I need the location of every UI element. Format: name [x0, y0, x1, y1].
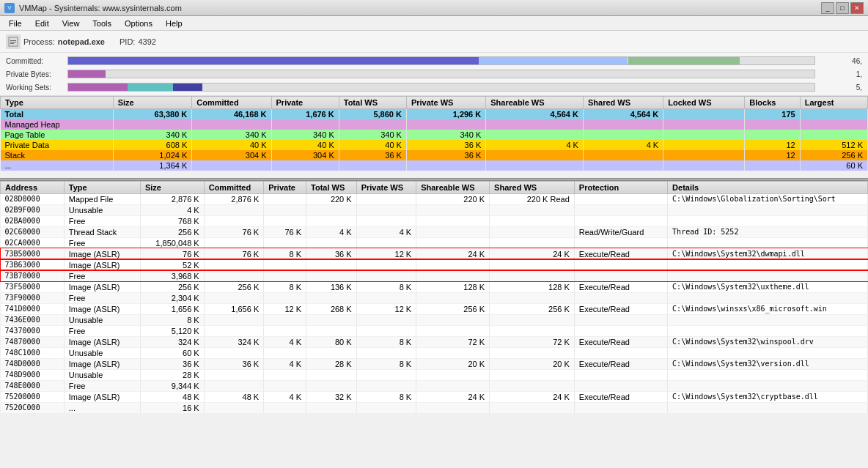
detail-cell — [264, 204, 306, 215]
detail-table-row[interactable]: 73B63000Image (ASLR)52 K — [1, 259, 868, 270]
summary-cell: 340 K — [113, 130, 192, 140]
detail-cell — [204, 325, 264, 336]
svg-rect-1 — [10, 40, 16, 41]
detail-table-scroll[interactable]: Address Type Size Committed Private Tota… — [0, 181, 868, 468]
detail-table-row[interactable]: 75200000Image (ASLR)48 K48 K4 K32 K8 K24… — [1, 391, 868, 402]
detail-cell: Unusable — [64, 347, 140, 358]
detail-cell — [490, 314, 575, 325]
close-button[interactable]: ✕ — [850, 2, 864, 14]
detail-table-row[interactable]: 02C60000Thread Stack256 K76 K76 K4 K4 KR… — [1, 226, 868, 237]
summary-cell: 4 K — [583, 140, 663, 150]
detail-cell — [490, 347, 575, 358]
detail-table-row[interactable]: 748D9000Unusable28 K — [1, 369, 868, 380]
detail-cell: 73F90000 — [1, 292, 65, 303]
detail-table-row[interactable]: 02CA0000Free1,850,048 K — [1, 237, 868, 248]
detail-cell — [204, 347, 264, 358]
menu-file[interactable]: File — [3, 18, 28, 29]
detail-table-row[interactable]: 748C1000Unusable60 K — [1, 347, 868, 358]
detail-cell — [204, 270, 264, 281]
summary-table-row[interactable]: Total63,380 K46,168 K1,676 K5,860 K1,296… — [1, 109, 868, 120]
menu-help[interactable]: Help — [160, 18, 188, 29]
detail-table-row[interactable]: 748E0000Free9,344 K — [1, 380, 868, 391]
detail-cell: 4 K — [264, 358, 306, 369]
detail-table-row[interactable]: 73F50000Image (ASLR)256 K256 K8 K136 K8 … — [1, 281, 868, 292]
detail-cell — [306, 314, 357, 325]
summary-cell — [800, 119, 867, 130]
detail-cell: 24 K — [416, 248, 490, 259]
detail-cell: 256 K — [204, 281, 264, 292]
app-icon: V — [4, 3, 15, 13]
title-bar: V VMMap - Sysinternals: www.sysinternals… — [0, 0, 868, 16]
detail-table-row[interactable]: 748D0000Image (ASLR)36 K36 K4 K28 K8 K20… — [1, 358, 868, 369]
detail-cell: Image (ASLR) — [64, 248, 140, 259]
detail-cell: Mapped File — [64, 193, 140, 204]
detail-cell — [416, 226, 490, 237]
detail-cell: Execute/Read — [574, 358, 667, 369]
detail-table-row[interactable]: 7436E000Unusable8 K — [1, 314, 868, 325]
committed-value: 46, — [818, 57, 862, 65]
detail-cell: 9,344 K — [140, 380, 204, 391]
detail-cell — [416, 347, 490, 358]
detail-cell — [306, 402, 357, 413]
detail-cell — [356, 237, 416, 248]
summary-cell — [745, 160, 800, 171]
detail-cell: 28 K — [140, 369, 204, 380]
summary-cell: 1,364 K — [113, 160, 192, 171]
detail-table-row[interactable]: 02B9F000Unusable4 K — [1, 204, 868, 215]
detail-cell — [356, 369, 416, 380]
detail-cell: 02B9F000 — [1, 204, 65, 215]
detail-cell: 4 K — [264, 336, 306, 347]
summary-table-scroll[interactable]: Type Size Committed Private Total WS Pri… — [0, 96, 868, 178]
summary-table-row[interactable]: Private Data608 K40 K40 K40 K36 K4 K4 K1… — [1, 140, 868, 150]
summary-cell — [663, 109, 745, 120]
minimize-button[interactable]: _ — [821, 2, 834, 14]
detail-table-row[interactable]: 74370000Free5,120 K — [1, 325, 868, 336]
detail-cell: 8 K — [264, 281, 306, 292]
detail-cell — [668, 204, 868, 215]
detail-cell — [264, 369, 306, 380]
detail-table-row[interactable]: 73B50000Image (ASLR)76 K76 K8 K36 K12 K2… — [1, 248, 868, 259]
menu-tools[interactable]: Tools — [87, 18, 117, 29]
detail-col-private-ws: Private WS — [356, 181, 416, 193]
summary-cell: 304 K — [192, 150, 271, 160]
detail-cell — [356, 325, 416, 336]
detail-col-committed: Committed — [204, 181, 264, 193]
detail-cell — [264, 314, 306, 325]
detail-table-row[interactable]: 741D0000Image (ASLR)1,656 K1,656 K12 K26… — [1, 303, 868, 314]
detail-table-row[interactable]: 7520C000...16 K — [1, 402, 868, 413]
process-name: notepad.exe — [58, 37, 105, 46]
detail-cell: 60 K — [140, 347, 204, 358]
summary-cell: 5,860 K — [339, 109, 406, 120]
detail-table-row[interactable]: 02BA0000Free768 K — [1, 215, 868, 226]
detail-cell: 220 K Read — [490, 193, 575, 204]
menu-edit[interactable]: Edit — [29, 18, 55, 29]
detail-cell: Free — [64, 237, 140, 248]
detail-col-size: Size — [140, 181, 204, 193]
summary-cell — [663, 150, 745, 160]
detail-cell: 72 K — [490, 336, 575, 347]
summary-table-row[interactable]: Managed Heap — [1, 119, 868, 130]
menu-options[interactable]: Options — [119, 18, 158, 29]
detail-cell: Image (ASLR) — [64, 303, 140, 314]
window-controls[interactable]: _ □ ✕ — [821, 2, 864, 14]
summary-table-row[interactable]: Stack1,024 K304 K304 K36 K36 K12256 K — [1, 150, 868, 160]
detail-cell: 73B50000 — [1, 248, 65, 259]
detail-table-row[interactable]: 028D0000Mapped File2,876 K2,876 K220 K22… — [1, 193, 868, 204]
detail-cell — [306, 369, 357, 380]
detail-table-row[interactable]: 74870000Image (ASLR)324 K324 K4 K80 K8 K… — [1, 336, 868, 347]
summary-cell — [406, 160, 485, 171]
detail-cell: 028D0000 — [1, 193, 65, 204]
summary-table-row[interactable]: ...1,364 K60 K — [1, 160, 868, 171]
summary-table-row[interactable]: Page Table340 K340 K340 K340 K340 K — [1, 130, 868, 140]
col-size: Size — [113, 97, 192, 109]
restore-button[interactable]: □ — [836, 2, 849, 14]
detail-cell — [204, 204, 264, 215]
detail-cell: 2,876 K — [204, 193, 264, 204]
detail-cell: 220 K — [416, 193, 490, 204]
detail-table-row[interactable]: 73F90000Free2,304 K — [1, 292, 868, 303]
detail-cell — [306, 204, 357, 215]
menu-view[interactable]: View — [56, 18, 86, 29]
detail-cell: Execute/Read — [574, 336, 667, 347]
col-private-ws: Private WS — [406, 97, 485, 109]
detail-table-row[interactable]: 73B70000Free3,968 K — [1, 270, 868, 281]
